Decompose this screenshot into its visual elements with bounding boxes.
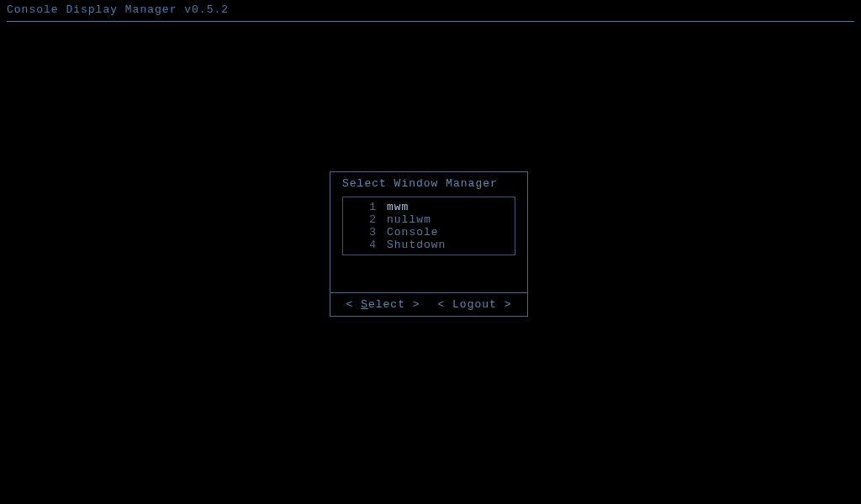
chevron-left-icon: < [346, 298, 354, 311]
list-item[interactable]: 2 nullwm [343, 213, 515, 226]
list-item-label: nullwm [387, 213, 431, 226]
logout-button[interactable]: < Logout > [437, 298, 511, 311]
list-item-number: 4 [348, 239, 387, 251]
chevron-right-icon: > [504, 298, 512, 311]
header: Console Display Manager v0.5.2 [0, 0, 861, 27]
list-item-number: 1 [348, 201, 387, 213]
list-item-label: Shutdown [387, 239, 446, 251]
list-item[interactable]: 3 Console [343, 226, 515, 239]
chevron-right-icon: > [413, 298, 420, 311]
chevron-left-icon: < [437, 298, 445, 311]
list-item-number: 3 [348, 226, 387, 239]
button-bar: < Select > < Logout > [330, 292, 527, 316]
button-label: Select [361, 298, 405, 311]
button-label: Logout [452, 298, 497, 311]
dialog-spacer [330, 262, 527, 292]
dialog-window-manager: Select Window Manager 1 mwm 2 nullwm 3 C… [330, 171, 528, 317]
list-item[interactable]: 4 Shutdown [343, 239, 515, 251]
list-item-number: 2 [348, 213, 387, 226]
select-button[interactable]: < Select > [346, 298, 420, 311]
header-divider [7, 21, 854, 22]
list-item-label: mwm [387, 201, 409, 213]
app-title: Console Display Manager v0.5.2 [7, 3, 854, 16]
list-item-label: Console [387, 226, 439, 239]
dialog-title: Select Window Manager [330, 172, 527, 197]
list-item[interactable]: 1 mwm [343, 201, 515, 213]
wm-list[interactable]: 1 mwm 2 nullwm 3 Console 4 Shutdown [342, 197, 515, 255]
